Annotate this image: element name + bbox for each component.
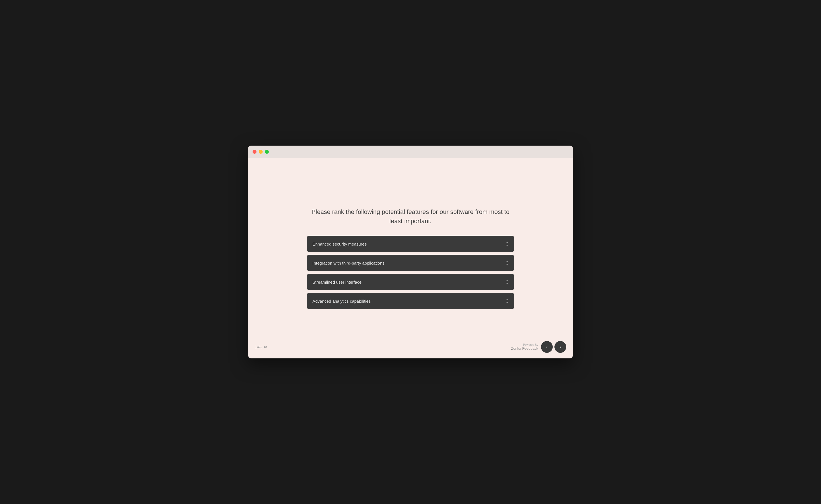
nav-buttons: ‹ ›	[541, 341, 566, 353]
ranking-item-4[interactable]: Advanced analytics capabilities ▲ ▼	[307, 293, 514, 309]
maximize-button[interactable]	[265, 150, 269, 154]
powered-by: Powered By Zonka Feedback	[511, 343, 538, 351]
arrow-up-icon-3: ▲	[506, 279, 509, 282]
powered-by-name: Zonka Feedback	[511, 346, 538, 351]
arrow-up-icon-4: ▲	[506, 298, 509, 301]
ranking-item-1[interactable]: Enhanced security measures ▲ ▼	[307, 236, 514, 252]
powered-by-label: Powered By	[523, 343, 538, 346]
arrow-down-icon-1: ▼	[506, 244, 509, 247]
main-content: Please rank the following potential feat…	[248, 158, 573, 358]
minimize-button[interactable]	[259, 150, 263, 154]
ranking-arrows-2: ▲ ▼	[506, 260, 509, 266]
ranking-label-3: Streamlined user interface	[312, 280, 361, 284]
arrow-down-icon-4: ▼	[506, 301, 509, 304]
question-text: Please rank the following potential feat…	[307, 207, 514, 226]
ranking-arrows-1: ▲ ▼	[506, 241, 509, 247]
ranking-label-4: Advanced analytics capabilities	[312, 299, 371, 304]
survey-window: Please rank the following potential feat…	[248, 146, 573, 358]
progress-cursor-icon: ✏	[264, 344, 267, 350]
question-container: Please rank the following potential feat…	[307, 207, 514, 309]
titlebar	[248, 146, 573, 158]
arrow-down-icon-3: ▼	[506, 282, 509, 285]
branding-nav: Powered By Zonka Feedback ‹ ›	[511, 341, 566, 353]
ranking-list: Enhanced security measures ▲ ▼ Integrati…	[307, 236, 514, 309]
progress-section: 14% ✏	[255, 344, 267, 350]
ranking-item-3[interactable]: Streamlined user interface ▲ ▼	[307, 274, 514, 290]
nav-prev-button[interactable]: ‹	[541, 341, 553, 353]
ranking-arrows-4: ▲ ▼	[506, 298, 509, 304]
progress-percent: 14%	[255, 345, 262, 349]
footer: 14% ✏ Powered By Zonka Feedback ‹ ›	[255, 341, 566, 353]
nav-next-button[interactable]: ›	[554, 341, 566, 353]
ranking-label-2: Integration with third-party application…	[312, 261, 384, 265]
arrow-up-icon-1: ▲	[506, 241, 509, 244]
ranking-arrows-3: ▲ ▼	[506, 279, 509, 285]
arrow-up-icon-2: ▲	[506, 260, 509, 263]
traffic-lights	[253, 150, 269, 154]
ranking-item-2[interactable]: Integration with third-party application…	[307, 255, 514, 271]
arrow-down-icon-2: ▼	[506, 263, 509, 266]
ranking-label-1: Enhanced security measures	[312, 242, 367, 246]
close-button[interactable]	[253, 150, 256, 154]
